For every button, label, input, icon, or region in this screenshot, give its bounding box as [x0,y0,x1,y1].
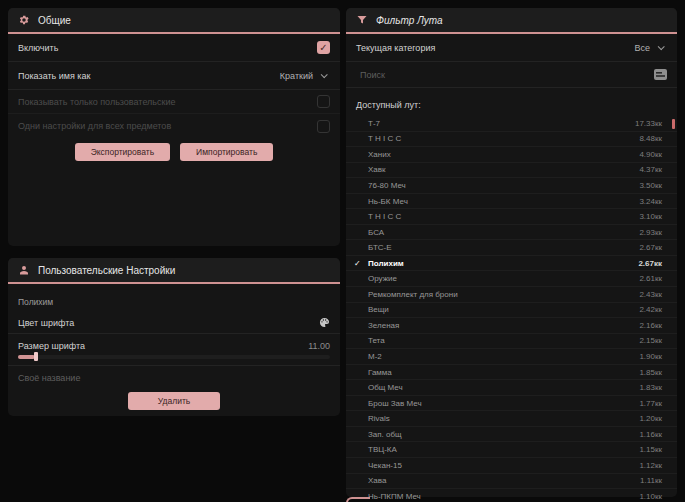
list-scrollbar-thumb[interactable] [672,119,675,129]
loot-item-value: 2.42кк [639,305,662,314]
delete-button[interactable]: Удалить [128,392,220,410]
loot-item-name: Ханих [368,150,391,159]
loot-item-value: 2.43кк [639,290,662,299]
font-size-row: Размер шрифта 11.00 [8,334,340,366]
font-color-label: Цвет шрифта [18,318,74,328]
loot-list: ✓ Т-7 17.33кк ✓ Т Н I С С 8.48кк ✓ Ханих… [346,116,677,495]
list-item[interactable]: ✓ Брош Зав Меч 1.77кк [346,396,677,412]
selected-item-name-row: Полихим [8,284,340,312]
list-item[interactable]: ✓ 76-80 Меч 3.50кк [346,178,677,194]
loot-item-value: 2.67кк [639,243,662,252]
list-item[interactable]: ✓ Ремкомплект для брони 2.43кк [346,287,677,303]
slider-fill [18,355,35,359]
loot-item-name: БТС-Е [368,243,392,252]
list-item[interactable]: ✓ БТС-Е 2.67кк [346,240,677,256]
loot-item-name: Хавк [368,165,386,174]
list-item[interactable]: ✓ Чекан-15 1.12кк [346,458,677,474]
list-item[interactable]: ✓ Хава 1.11кк [346,474,677,490]
loot-item-value: 1.15кк [639,445,662,454]
loot-item-value: 2.15кк [639,336,662,345]
font-size-slider[interactable] [18,355,330,359]
show-name-value: Краткий [280,71,313,81]
loot-item-value: 8.48кк [639,134,662,143]
loot-item-name: ТВЦ-КА [368,445,397,454]
loot-item-value: 2.61кк [639,274,662,283]
list-item[interactable]: ✓ М-2 1.90кк [346,349,677,365]
search-row [346,62,677,88]
export-button[interactable]: Экспортировать [75,143,170,161]
same-settings-row: Одни настройки для всех предметов [8,114,340,138]
enable-checkbox[interactable]: ✓ [317,41,330,54]
gear-icon [18,14,30,26]
loot-item-name: Rivals [368,414,390,423]
mod-settings-window: Общие Включить ✓ Показать имя как Кратки… [0,0,685,502]
list-item[interactable]: ✓ Гамма 1.85кк [346,365,677,381]
only-custom-checkbox[interactable] [317,95,330,108]
list-item[interactable]: ✓ Т-7 17.33кк [346,116,677,132]
export-import-row: Экспортировать Импортировать [8,143,340,161]
category-dropdown[interactable]: Все [630,40,667,56]
palette-icon[interactable] [319,317,330,328]
loot-item-value: 4.90кк [639,150,662,159]
loot-item-value: 1.90кк [639,352,662,361]
loot-item-value: 17.33кк [635,119,662,128]
list-item[interactable]: ✓ Зап. общ 1.16кк [346,427,677,443]
list-item[interactable]: ✓ Зеленая 2.16кк [346,318,677,334]
tune-icon[interactable] [654,69,667,80]
loot-item-value: 3.10кк [639,212,662,221]
loot-item-name: Гамма [368,368,392,377]
loot-item-name: Зеленая [368,321,399,330]
list-item[interactable]: ✓ Т Н I С С 3.10кк [346,209,677,225]
list-item[interactable]: ✓ Нь-БК Меч 3.24кк [346,194,677,210]
list-label-row: Доступный лут: [346,88,677,112]
loot-item-name: Чекан-15 [368,461,402,470]
check-icon: ✓ [354,259,361,268]
chevron-down-icon [321,71,328,78]
enable-row: Включить ✓ [8,34,340,62]
delete-row: Удалить [8,392,340,410]
list-item[interactable]: ✓ Т Н I С С 8.48кк [346,132,677,148]
loot-item-name: Т-7 [368,119,380,128]
loot-item-value: 2.67кк [638,259,662,268]
loot-item-value: 3.50кк [639,181,662,190]
category-value: Все [634,43,650,53]
search-input[interactable] [360,70,580,80]
show-name-dropdown[interactable]: Краткий [276,68,330,84]
enable-label: Включить [18,43,58,53]
available-loot-label: Доступный лут: [356,100,421,110]
list-item[interactable]: ✓ ТВЦ-КА 1.15кк [346,442,677,458]
list-item[interactable]: ✓ Полихим 2.67кк [346,256,677,272]
loot-filter-header: Фильтр Лута [346,8,677,34]
user-settings-icon [18,264,30,276]
list-item[interactable]: ✓ Хавк 4.37кк [346,163,677,179]
list-item[interactable]: ✓ Вещи 2.42кк [346,303,677,319]
list-item[interactable]: ✓ Оружие 2.61кк [346,271,677,287]
list-item[interactable]: ✓ Ханих 4.90кк [346,147,677,163]
list-item[interactable]: ✓ Нь-ПКПМ Меч 1.10кк [346,489,677,502]
slider-handle[interactable] [34,352,38,361]
loot-item-value: 3.24кк [639,197,662,206]
import-button[interactable]: Импортировать [180,143,273,161]
general-panel-header: Общие [8,8,340,34]
same-settings-checkbox[interactable] [317,120,330,133]
custom-name-row [8,366,340,390]
custom-settings-header: Пользовательские Настройки [8,258,340,284]
loot-item-name: Брош Зав Меч [368,399,422,408]
loot-item-name: М-2 [368,352,382,361]
list-item[interactable]: ✓ Rivals 1.20кк [346,411,677,427]
funnel-icon [356,14,368,26]
general-panel-title: Общие [38,15,71,26]
list-item[interactable]: ✓ Тета 2.15кк [346,334,677,350]
loot-item-name: Оружие [368,274,397,283]
loot-item-name: БСА [368,228,384,237]
custom-name-input[interactable] [18,373,238,383]
loot-item-value: 1.11кк [640,476,662,485]
only-custom-row: Показывать только пользовательские [8,90,340,114]
font-size-value: 11.00 [308,341,330,351]
loot-item-value: 1.10кк [639,492,662,501]
custom-settings-title: Пользовательские Настройки [38,265,175,276]
list-item[interactable]: ✓ Общ Меч 1.83кк [346,380,677,396]
selected-item-name: Полихим [18,297,53,307]
list-item[interactable]: ✓ БСА 2.93кк [346,225,677,241]
loot-item-name: Нь-БК Меч [368,197,408,206]
